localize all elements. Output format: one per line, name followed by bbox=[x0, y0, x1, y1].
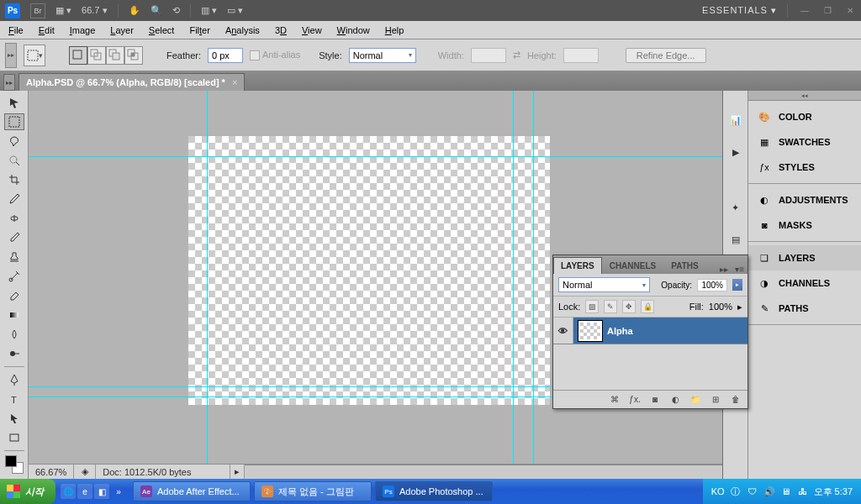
document-tab[interactable]: Alpha.PSD @ 66.7% (Alpha, RGB/8) [scaled… bbox=[18, 73, 245, 91]
selection-intersect[interactable] bbox=[124, 46, 143, 65]
quicklaunch-item[interactable]: ◧ bbox=[94, 484, 109, 499]
tray-expand-icon[interactable]: ⓘ bbox=[730, 486, 742, 497]
menu-analysis[interactable]: Analysis bbox=[225, 25, 260, 35]
feather-input[interactable]: 0 px bbox=[208, 48, 243, 63]
dodge-tool[interactable] bbox=[4, 345, 24, 362]
histogram-panel-icon[interactable]: 📊 bbox=[726, 111, 745, 129]
selection-new[interactable] bbox=[69, 46, 87, 65]
brush-tool[interactable] bbox=[4, 229, 24, 246]
path-select-tool[interactable] bbox=[4, 410, 24, 427]
tab-channels[interactable]: CHANNELS bbox=[602, 257, 664, 274]
taskbar-item-aftereffects[interactable]: AeAdobe After Effect... bbox=[133, 481, 251, 501]
adjustment-layer-icon[interactable]: ◐ bbox=[667, 393, 684, 407]
tray-icon[interactable]: 🖥 bbox=[780, 486, 792, 497]
tab-paths[interactable]: PATHS bbox=[663, 257, 705, 274]
selection-add[interactable] bbox=[87, 46, 106, 65]
options-expand-left[interactable]: ▸▸ bbox=[5, 43, 17, 68]
pen-tool[interactable] bbox=[4, 371, 24, 388]
taskbar-item-paint[interactable]: 🎨제목 없음 - 그림판 bbox=[254, 481, 372, 501]
layer-group-icon[interactable]: 📁 bbox=[687, 393, 704, 407]
gradient-tool[interactable] bbox=[4, 307, 24, 323]
layer-mask-icon[interactable]: ◙ bbox=[647, 393, 663, 407]
quicklaunch-item[interactable]: e bbox=[77, 484, 92, 499]
document-close-icon[interactable]: × bbox=[232, 77, 237, 87]
document-canvas[interactable] bbox=[188, 136, 550, 405]
new-layer-icon[interactable]: ⊞ bbox=[707, 393, 724, 407]
menu-image[interactable]: Image bbox=[70, 25, 96, 35]
horizontal-scrollbar[interactable] bbox=[245, 465, 722, 479]
workspace-switcher[interactable]: ESSENTIALS ▾ bbox=[702, 5, 777, 16]
refine-edge-button[interactable]: Refine Edge... bbox=[626, 48, 706, 63]
color-swatches[interactable] bbox=[5, 455, 24, 474]
status-zoom[interactable]: 66.67% bbox=[29, 465, 74, 479]
restore-button[interactable]: ❐ bbox=[821, 6, 834, 15]
fill-scrubber[interactable]: ▸ bbox=[737, 302, 742, 312]
hand-tool-icon[interactable]: ✋ bbox=[129, 5, 140, 16]
guide-vertical[interactable] bbox=[513, 91, 514, 479]
menu-select[interactable]: Select bbox=[149, 25, 175, 35]
layer-visibility-icon[interactable]: 👁 bbox=[553, 318, 573, 344]
menu-3d[interactable]: 3D bbox=[275, 25, 287, 35]
panel-layers[interactable]: ❏LAYERS bbox=[748, 245, 861, 270]
menu-help[interactable]: Help bbox=[385, 25, 404, 35]
clock[interactable]: 오후 5:37 bbox=[814, 486, 853, 498]
minimize-button[interactable]: — bbox=[798, 6, 811, 15]
menu-edit[interactable]: Edit bbox=[39, 25, 55, 35]
status-proxy-icon[interactable]: ◈ bbox=[74, 465, 96, 479]
tray-icon[interactable]: 🔊 bbox=[763, 486, 775, 497]
layer-fx-icon[interactable]: ƒx. bbox=[626, 393, 643, 407]
close-button[interactable]: ✕ bbox=[844, 6, 856, 15]
language-indicator[interactable]: KO bbox=[711, 486, 725, 496]
panel-styles[interactable]: ƒxSTYLES bbox=[748, 155, 861, 180]
shape-tool[interactable] bbox=[4, 429, 24, 446]
taskbar-item-photoshop[interactable]: PsAdobe Photoshop ... bbox=[375, 481, 493, 501]
current-tool-preset[interactable]: ▾ bbox=[24, 45, 45, 66]
layer-name[interactable]: Alpha bbox=[607, 326, 633, 336]
healing-tool[interactable] bbox=[4, 210, 24, 227]
panel-paths[interactable]: ✎PATHS bbox=[748, 296, 861, 321]
blur-tool[interactable] bbox=[4, 326, 24, 343]
tabstrip-collapse[interactable]: ▸▸ bbox=[3, 74, 15, 91]
panel-channels[interactable]: ◑CHANNELS bbox=[748, 270, 861, 296]
marquee-tool[interactable] bbox=[4, 113, 24, 130]
quicklaunch-item[interactable]: 🌐 bbox=[61, 484, 76, 499]
lasso-tool[interactable] bbox=[4, 133, 24, 150]
crop-tool[interactable] bbox=[4, 171, 24, 188]
menu-filter[interactable]: Filter bbox=[189, 25, 209, 35]
eyedropper-tool[interactable] bbox=[4, 191, 24, 207]
tab-layers[interactable]: LAYERS bbox=[553, 257, 602, 274]
style-select[interactable]: Normal▾ bbox=[349, 48, 416, 63]
stamp-tool[interactable] bbox=[4, 249, 24, 265]
panel-collapse-icon[interactable]: ▸▸ bbox=[716, 265, 732, 274]
link-layers-icon[interactable]: ⌘ bbox=[606, 393, 623, 407]
status-info-menu[interactable]: ▸ bbox=[230, 465, 245, 479]
eraser-tool[interactable] bbox=[4, 287, 24, 304]
quick-select-tool[interactable] bbox=[4, 152, 24, 169]
layer-row[interactable]: 👁 Alpha bbox=[553, 318, 747, 344]
system-tray[interactable]: KO ⓘ 🛡 🔊 🖥 🖧 오후 5:37 bbox=[703, 479, 861, 504]
panel-masks[interactable]: ◙MASKS bbox=[748, 213, 861, 238]
menu-file[interactable]: File bbox=[8, 25, 24, 35]
lock-all-icon[interactable]: 🔒 bbox=[641, 300, 654, 313]
move-tool[interactable] bbox=[4, 94, 24, 111]
status-doc-info[interactable]: Doc: 1012.5K/0 bytes bbox=[96, 465, 230, 479]
menu-layer[interactable]: Layer bbox=[110, 25, 134, 35]
selection-subtract[interactable] bbox=[106, 46, 124, 65]
quicklaunch-chevron[interactable]: » bbox=[111, 484, 126, 499]
blend-mode-select[interactable]: Normal▾ bbox=[558, 277, 650, 292]
start-button[interactable]: 시작 bbox=[0, 479, 55, 504]
type-tool[interactable]: T bbox=[4, 391, 24, 407]
layer-thumbnail[interactable] bbox=[578, 321, 602, 341]
layers-panel[interactable]: LAYERS CHANNELS PATHS ▸▸ ▾≡ Normal▾ Opac… bbox=[552, 255, 748, 409]
delete-layer-icon[interactable]: 🗑 bbox=[727, 393, 744, 407]
character-panel-icon[interactable]: ✦ bbox=[726, 198, 745, 217]
panel-collapse-handle[interactable]: ◂◂ bbox=[748, 91, 861, 101]
menu-window[interactable]: Window bbox=[337, 25, 370, 35]
navigator-panel-icon[interactable]: ▶ bbox=[726, 143, 745, 161]
zoom-tool-icon[interactable]: 🔍 bbox=[151, 5, 162, 16]
opacity-scrubber[interactable]: ▸ bbox=[732, 279, 742, 291]
guide-horizontal[interactable] bbox=[29, 156, 722, 157]
guide-vertical[interactable] bbox=[533, 91, 534, 479]
panel-menu-icon[interactable]: ▾≡ bbox=[732, 265, 747, 274]
paragraph-panel-icon[interactable]: ▤ bbox=[726, 230, 745, 249]
